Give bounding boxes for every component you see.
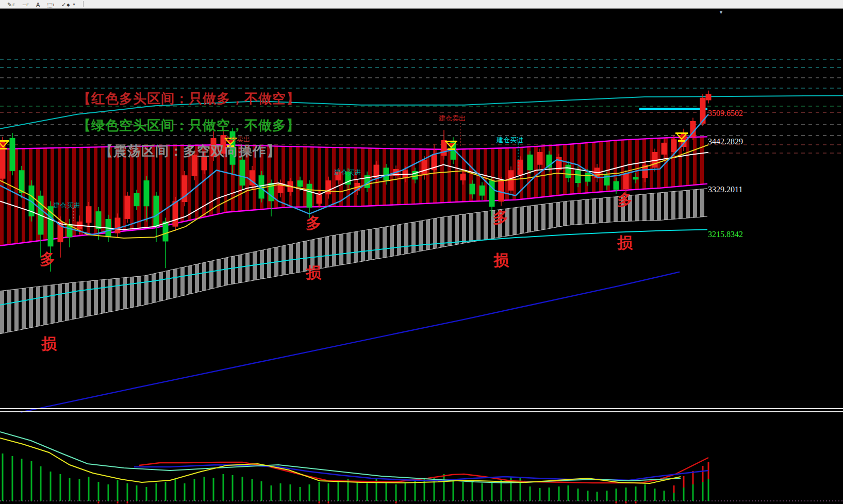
diamond-icon: ◆ — [67, 2, 70, 8]
stop-mark: 损 — [493, 250, 509, 271]
price-level-label: 3329.2011 — [708, 185, 742, 194]
text-icon: A — [36, 2, 40, 8]
trading-app-window: ✎ E ╌ F A ⬚ I ✓ ◆ ▾ ▼ — [0, 0, 843, 504]
info-box-button[interactable]: ⬚ I — [47, 1, 54, 8]
long-mark: 多 — [40, 249, 55, 270]
long-mark: 多 — [306, 213, 321, 234]
price-level-label: 3442.2829 — [708, 137, 743, 146]
box-icon-sub: I — [53, 2, 54, 8]
stop-mark: 损 — [41, 333, 57, 355]
range-zone-banner: 【震荡区间：多空双向操作】 — [100, 142, 280, 160]
toolbar-separator — [83, 1, 84, 7]
drawing-toolbar: ✎ E ╌ F A ⬚ I ✓ ◆ ▾ — [0, 0, 843, 9]
select-tool-button[interactable]: ✓ ◆ — [61, 1, 70, 8]
fibonacci-button[interactable]: ╌ F — [23, 1, 29, 8]
buy-signal-label: 建仓买进 — [53, 201, 80, 210]
pen-icon-sub: E — [12, 2, 15, 8]
check-icon: ✓ — [61, 2, 66, 8]
bull-zone-banner: 【红色多头区间：只做多，不做空】 — [77, 90, 300, 108]
pen-icon: ✎ — [7, 2, 12, 8]
text-tool-button[interactable]: A — [36, 1, 40, 8]
sell-signal-label: 建仓卖出 — [223, 135, 250, 144]
dashed-line-icon: ╌ — [23, 2, 26, 8]
stop-mark: 损 — [306, 262, 321, 283]
price-level-label: 3509.6502 — [708, 109, 743, 118]
buy-signal-label: 建仓买进 — [497, 136, 523, 145]
fibo-icon-sub: F — [26, 2, 29, 8]
sell-signal-label: 建仓卖出 — [439, 114, 466, 123]
main-chart-canvas[interactable] — [0, 0, 843, 504]
stop-mark: 损 — [617, 232, 633, 254]
price-level-label: 3215.8342 — [708, 230, 743, 239]
buy-signal-label: 建仓买进 — [334, 168, 361, 177]
long-mark: 多 — [617, 190, 633, 211]
dotted-box-icon: ⬚ — [47, 2, 52, 8]
draw-pen-button[interactable]: ✎ E — [7, 1, 15, 8]
tool-dropdown-caret-icon[interactable]: ▾ — [73, 2, 75, 7]
long-mark: 多 — [493, 207, 508, 228]
bear-zone-banner: 【绿色空头区间：只做空，不做多】 — [77, 116, 300, 135]
panel-collapse-chevron-icon[interactable]: ▼ — [719, 10, 723, 15]
